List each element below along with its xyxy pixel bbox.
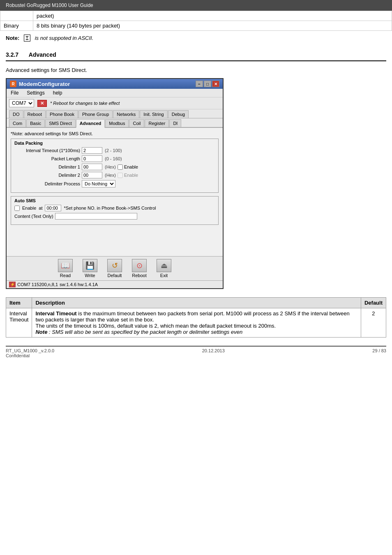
desc-cell: Interval Timeout is the maximum timeout … — [32, 308, 361, 338]
delimiter2-enable-checkbox[interactable] — [118, 173, 123, 178]
modem-window: R ModemConfigurator − □ ✕ File Settings … — [6, 78, 224, 289]
disconnect-button[interactable]: ✕ — [37, 100, 47, 107]
cell-col1 — [0, 11, 33, 21]
auto-sms-note: *Set phone NO. in Phone Book->SMS Contro… — [64, 206, 156, 210]
content-spacer — [11, 228, 219, 253]
tab-advanced[interactable]: Advanced — [76, 119, 105, 128]
content-row: Content (Text Only) — [14, 213, 215, 220]
close-button[interactable]: ✕ — [212, 81, 219, 87]
delimiter1-row: Delimiter 1 (Hex) Enable — [14, 164, 215, 170]
footer-left: RT_UG_M1000 _v.2.0.0 Confidential — [6, 348, 54, 358]
maximize-button[interactable]: □ — [204, 81, 211, 87]
auto-sms-time-input[interactable] — [45, 205, 61, 211]
write-button[interactable]: 💾 Write — [81, 259, 99, 278]
delimiter1-hint: (Hex) — [105, 164, 116, 169]
statusbar: ⚡ COM7 115200,n,8,1 sw:1.4.6 hw:1.4.1A — [7, 280, 223, 288]
com-port-select[interactable]: COM7 — [9, 99, 34, 107]
tab-reboot[interactable]: Reboot — [24, 110, 46, 118]
packet-length-row: Packet Length (0 - 160) — [14, 155, 215, 162]
tab-basic[interactable]: Basic — [26, 119, 45, 127]
desc-normal2: The units of the timeout is 100ms, defau… — [35, 323, 276, 329]
tab-sms-direct[interactable]: SMS Direct — [45, 119, 76, 127]
delimiter1-enable-checkbox[interactable] — [118, 164, 123, 170]
note-text: is not suppoted in ASCII. — [35, 35, 94, 41]
window-title: ModemConfigurator — [19, 81, 70, 87]
footer-confidential: Confidential — [6, 353, 54, 358]
tab-com[interactable]: Com — [9, 119, 26, 127]
delimiter1-enable-check: Enable — [118, 164, 138, 170]
status-sw: sw:1.4.6 hw:1.4.1A — [60, 282, 98, 287]
desc-normal1: is the maximum timeout between two packe… — [35, 310, 349, 323]
delimiter2-enable-label: Enable — [124, 173, 138, 178]
header-title: Robustel GoRugged M1000 User Guide — [6, 2, 93, 8]
table-header-row: Item Description Default — [6, 298, 386, 308]
tab-phone-group[interactable]: Phone Group — [78, 110, 113, 118]
page-header: Robustel GoRugged M1000 User Guide — [0, 0, 392, 11]
bottom-table: Item Description Default Interval Timeou… — [6, 297, 386, 338]
footer-date: 20.12.2013 — [202, 348, 225, 358]
desc-note-bold: Note — [35, 329, 47, 335]
content-input[interactable] — [55, 213, 137, 220]
auto-sms-group: Auto SMS Enable at *Set phone NO. in Pho… — [11, 196, 219, 225]
read-button[interactable]: 📖 Read — [56, 259, 74, 278]
cell-binary-label: Binary — [0, 21, 33, 31]
minimize-button[interactable]: − — [196, 81, 203, 87]
delimiter2-input[interactable] — [82, 172, 102, 178]
auto-sms-enable-checkbox[interactable] — [14, 206, 20, 211]
section-title: Advanced — [29, 51, 56, 58]
modem-footer: 📖 Read 💾 Write ↺ Default ⊙ Reboot ⏏ Exit — [7, 256, 223, 280]
interval-timeout-input[interactable] — [82, 147, 102, 154]
menu-help[interactable]: help — [51, 90, 64, 96]
tab-register[interactable]: Register — [145, 119, 169, 127]
note-symbol: Ξ — [24, 35, 30, 42]
default-label: Default — [108, 273, 122, 278]
tab-modbus[interactable]: Modbus — [105, 119, 129, 127]
default-button[interactable]: ↺ Default — [106, 259, 124, 278]
titlebar-controls: − □ ✕ — [196, 81, 219, 87]
packet-length-label: Packet Length — [14, 156, 80, 161]
auto-sms-title: Auto SMS — [14, 198, 215, 203]
exit-button[interactable]: ⏏ Exit — [155, 259, 173, 278]
packet-length-input[interactable] — [82, 155, 102, 162]
tab-networks[interactable]: Networks — [113, 110, 139, 118]
delimiter-process-label: Delimiter Process — [14, 181, 80, 186]
col-default-header: Default — [361, 298, 386, 308]
advanced-note: *Note: advanced settings for SMS Direct. — [11, 131, 219, 136]
tab-coil[interactable]: Coil — [129, 119, 144, 127]
page-footer: RT_UG_M1000 _v.2.0.0 Confidential 20.12.… — [6, 346, 386, 358]
delimiter-process-select[interactable]: Do Nothing Forward Discard — [82, 180, 115, 187]
menu-file[interactable]: File — [9, 90, 20, 96]
interval-timeout-hint: (2 - 100) — [105, 148, 122, 153]
reboot-button[interactable]: ⊙ Reboot — [130, 259, 148, 278]
footer-version: RT_UG_M1000 _v.2.0.0 — [6, 348, 54, 353]
tabs-row2: Com Basic SMS Direct Advanced Modbus Coi… — [7, 118, 223, 128]
default-cell: 2 — [361, 308, 386, 338]
delimiter-process-row: Delimiter Process Do Nothing Forward Dis… — [14, 180, 215, 187]
tab-phone-book[interactable]: Phone Book — [46, 110, 78, 118]
auto-sms-at-label: at — [39, 206, 42, 210]
tabs-row1: DO Reboot Phone Book Phone Group Network… — [7, 109, 223, 118]
menu-settings[interactable]: Settings — [25, 90, 46, 96]
reboot-note: * Reboot for changes to take effect — [50, 101, 120, 106]
write-icon: 💾 — [83, 259, 97, 272]
data-packing-group: Data Packing Interval Timeout (1*100ms) … — [11, 139, 219, 193]
tab-di[interactable]: DI — [169, 119, 181, 127]
auto-sms-enable-label: Enable — [22, 206, 36, 210]
tab-debug[interactable]: Debug — [168, 110, 189, 118]
tab-init-string[interactable]: Init. String — [140, 110, 168, 118]
delimiter1-input[interactable] — [82, 164, 102, 170]
delimiter2-enable-check: Enable — [118, 173, 138, 178]
reboot-label: Reboot — [132, 273, 146, 278]
tab-do[interactable]: DO — [9, 110, 23, 118]
data-packing-title: Data Packing — [14, 141, 215, 146]
interval-timeout-label: Interval Timeout (1*100ms) — [14, 148, 80, 153]
section-description: Advanced settings for SMS Direct. — [6, 67, 386, 73]
desc-note-text: : SMS will also be sent as specified by … — [49, 329, 242, 335]
exit-icon: ⏏ — [157, 259, 171, 272]
cell-col2: packet) — [33, 11, 392, 21]
exit-label: Exit — [160, 273, 168, 278]
content-label: Content (Text Only) — [14, 214, 53, 219]
status-port: COM7 115200,n,8,1 — [17, 282, 58, 287]
item-cell: Interval Timeout — [6, 308, 32, 338]
section-heading: 3.2.7 Advanced — [6, 49, 386, 61]
